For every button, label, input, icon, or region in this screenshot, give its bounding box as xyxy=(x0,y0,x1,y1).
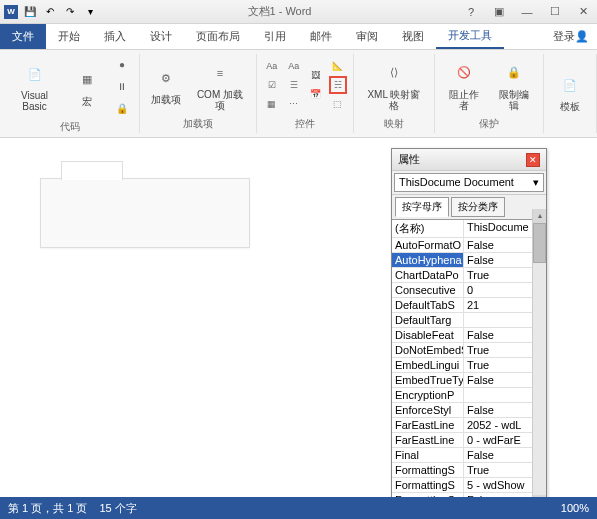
tab-review[interactable]: 审阅 xyxy=(344,24,390,49)
property-row[interactable]: EmbedTrueTyFalse xyxy=(392,373,546,388)
date-control-icon[interactable]: 📅 xyxy=(307,85,325,103)
tab-view[interactable]: 视图 xyxy=(390,24,436,49)
property-row[interactable]: DefaultTarg xyxy=(392,313,546,328)
property-row[interactable]: ChartDataPoTrue xyxy=(392,268,546,283)
group-control-icon[interactable]: ⬚ xyxy=(329,95,347,113)
redo-icon[interactable]: ↷ xyxy=(62,4,78,20)
ribbon-group-addins: ⚙ 加载项 ≡ COM 加载项 加载项 xyxy=(140,54,257,133)
restrict-icon: 🔒 xyxy=(498,59,530,87)
save-icon[interactable]: 💾 xyxy=(22,4,38,20)
property-row[interactable]: DefaultTabS21 xyxy=(392,298,546,313)
restrict-editing-button[interactable]: 🔒 限制编辑 xyxy=(491,57,537,113)
xml-mapping-button[interactable]: ⟨⟩ XML 映射窗格 xyxy=(360,57,428,113)
rich-text-control-icon[interactable]: Aa xyxy=(263,57,281,75)
com-addins-button[interactable]: ≡ COM 加载项 xyxy=(190,57,250,113)
xml-icon: ⟨⟩ xyxy=(378,59,410,87)
scroll-up-icon[interactable]: ▴ xyxy=(533,209,546,223)
tab-file[interactable]: 文件 xyxy=(0,24,46,49)
tab-design[interactable]: 设计 xyxy=(138,24,184,49)
ribbon-options-icon[interactable]: ▣ xyxy=(489,4,509,20)
property-row[interactable]: DisableFeatFalse xyxy=(392,328,546,343)
properties-panel: 属性 ✕ ThisDocume Document ▾ 按字母序 按分类序 (名称… xyxy=(391,148,547,510)
property-row[interactable]: FormattingS5 - wdShow xyxy=(392,478,546,493)
ribbon: 📄 Visual Basic ▦ 宏 ● ⏸ 🔒 代码 ⚙ 加载项 ≡ COM … xyxy=(0,50,597,138)
chevron-down-icon: ▾ xyxy=(533,176,539,189)
tab-mailings[interactable]: 邮件 xyxy=(298,24,344,49)
properties-button[interactable]: ☵ xyxy=(329,76,347,94)
tab-pagelayout[interactable]: 页面布局 xyxy=(184,24,252,49)
macro-security-icon[interactable]: 🔒 xyxy=(111,98,133,118)
property-key: AutoFormatO xyxy=(392,238,464,252)
property-key: Final xyxy=(392,448,464,462)
macros-button[interactable]: ▦ 宏 xyxy=(67,64,107,109)
pause-macro-icon[interactable]: ⏸ xyxy=(111,76,133,96)
close-icon[interactable]: ✕ xyxy=(573,4,593,20)
ribbon-group-code: 📄 Visual Basic ▦ 宏 ● ⏸ 🔒 代码 xyxy=(0,54,140,133)
property-row[interactable]: EmbedLinguiTrue xyxy=(392,358,546,373)
ribbon-group-xml: ⟨⟩ XML 映射窗格 映射 xyxy=(354,54,435,133)
legacy-tools-icon[interactable]: ▦ xyxy=(263,95,281,113)
properties-titlebar[interactable]: 属性 ✕ xyxy=(392,149,546,171)
property-row[interactable]: AutoHyphenaFalse xyxy=(392,253,546,268)
content-control-placeholder[interactable] xyxy=(40,178,250,248)
checkbox-control-icon[interactable]: ☑ xyxy=(263,76,281,94)
scroll-thumb[interactable] xyxy=(533,223,546,263)
template-button[interactable]: 📄 模板 xyxy=(550,69,590,114)
picture-control-icon[interactable]: 🖼 xyxy=(307,66,325,84)
window-title: 文档1 - Word xyxy=(98,4,461,19)
properties-scrollbar[interactable]: ▴ ▾ xyxy=(532,209,546,509)
minimize-icon[interactable]: — xyxy=(517,4,537,20)
property-row[interactable]: FarEastLine0 - wdFarE xyxy=(392,433,546,448)
property-key: ChartDataPo xyxy=(392,268,464,282)
visual-basic-button[interactable]: 📄 Visual Basic xyxy=(6,58,63,114)
more-controls-icon[interactable]: ⋯ xyxy=(285,95,303,113)
help-icon[interactable]: ? xyxy=(461,4,481,20)
login-link[interactable]: 登录 👤 xyxy=(541,24,597,49)
property-row[interactable]: EncryptionP xyxy=(392,388,546,403)
property-key: EnforceStyl xyxy=(392,403,464,417)
block-authors-icon: 🚫 xyxy=(448,59,480,87)
property-row[interactable]: FormattingSTrue xyxy=(392,463,546,478)
com-addins-icon: ≡ xyxy=(204,59,236,87)
undo-icon[interactable]: ↶ xyxy=(42,4,58,20)
status-zoom[interactable]: 100% xyxy=(561,502,589,514)
tab-insert[interactable]: 插入 xyxy=(92,24,138,49)
property-key: AutoHyphena xyxy=(392,253,464,267)
ribbon-group-template: 📄 模板 xyxy=(544,54,597,133)
addins-button[interactable]: ⚙ 加载项 xyxy=(146,62,186,107)
properties-title-text: 属性 xyxy=(398,152,420,167)
design-mode-icon[interactable]: 📐 xyxy=(329,57,347,75)
property-key: DisableFeat xyxy=(392,328,464,342)
ribbon-group-controls: Aa ☑ ▦ Aa ☰ ⋯ 🖼 📅 📐 ☵ ⬚ 控件 xyxy=(257,54,354,133)
property-key: (名称) xyxy=(392,220,464,237)
block-authors-button[interactable]: 🚫 阻止作者 xyxy=(441,57,487,113)
property-row[interactable]: (名称)ThisDocume xyxy=(392,220,546,238)
properties-tab-alphabetic[interactable]: 按字母序 xyxy=(395,197,449,217)
property-row[interactable]: DoNotEmbedSTrue xyxy=(392,343,546,358)
addins-icon: ⚙ xyxy=(150,64,182,92)
record-macro-icon[interactable]: ● xyxy=(111,54,133,74)
properties-close-icon[interactable]: ✕ xyxy=(526,153,540,167)
property-row[interactable]: Consecutive0 xyxy=(392,283,546,298)
dropdown-control-icon[interactable]: ☰ xyxy=(285,76,303,94)
qat-customize-icon[interactable]: ▾ xyxy=(82,4,98,20)
vb-icon: 📄 xyxy=(19,60,51,88)
tab-home[interactable]: 开始 xyxy=(46,24,92,49)
tab-developer[interactable]: 开发工具 xyxy=(436,24,504,49)
maximize-icon[interactable]: ☐ xyxy=(545,4,565,20)
property-row[interactable]: EnforceStylFalse xyxy=(392,403,546,418)
template-icon: 📄 xyxy=(554,71,586,99)
status-page[interactable]: 第 1 页，共 1 页 xyxy=(8,501,87,516)
properties-tab-categorized[interactable]: 按分类序 xyxy=(451,197,505,217)
property-key: FarEastLine xyxy=(392,433,464,447)
properties-object-dropdown[interactable]: ThisDocume Document ▾ xyxy=(392,171,546,195)
property-row[interactable]: FarEastLine2052 - wdL xyxy=(392,418,546,433)
property-row[interactable]: AutoFormatOFalse xyxy=(392,238,546,253)
properties-grid[interactable]: (名称)ThisDocumeAutoFormatOFalseAutoHyphen… xyxy=(392,219,546,509)
property-row[interactable]: FinalFalse xyxy=(392,448,546,463)
property-key: DoNotEmbedS xyxy=(392,343,464,357)
tab-references[interactable]: 引用 xyxy=(252,24,298,49)
plain-text-control-icon[interactable]: Aa xyxy=(285,57,303,75)
status-words[interactable]: 15 个字 xyxy=(99,501,136,516)
login-user-icon: 👤 xyxy=(575,30,589,43)
